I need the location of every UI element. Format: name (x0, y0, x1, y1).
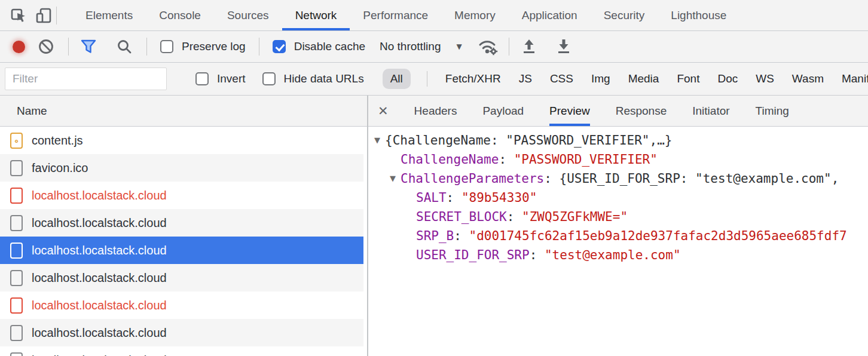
record-button[interactable] (13, 41, 25, 53)
clear-network-log-icon[interactable] (33, 34, 59, 59)
network-conditions-icon[interactable] (475, 34, 500, 59)
inspect-element-icon[interactable] (6, 3, 31, 28)
disable-cache-group: Disable cache (273, 40, 365, 53)
name-header-label: Name (17, 105, 47, 118)
main-tabs: ElementsConsoleSourcesNetworkPerformance… (72, 0, 739, 30)
tree-line[interactable]: ▼{ChallengeName: "PASSWORD_VERIFIER",…} (368, 131, 868, 150)
tree-segment-plain: : {USER_ID_FOR_SRP: "test@example.com", (544, 171, 839, 186)
detail-tab-response[interactable]: Response (616, 96, 667, 126)
tab-security[interactable]: Security (591, 0, 658, 30)
filter-type-doc[interactable]: Doc (717, 72, 738, 85)
filter-type-all[interactable]: All (383, 69, 411, 89)
toolbar-divider (259, 38, 259, 56)
document-file-icon (10, 352, 23, 356)
filter-input[interactable] (5, 67, 167, 90)
detail-tab-initiator[interactable]: Initiator (692, 96, 729, 126)
filter-toggle-icon[interactable] (76, 34, 101, 59)
request-row[interactable]: localhost.localstack.cloud (0, 346, 363, 356)
devtools-window: ElementsConsoleSourcesNetworkPerformance… (0, 0, 868, 356)
document-file-icon (10, 325, 23, 341)
name-column-header[interactable]: Name (0, 96, 367, 127)
filter-type-css[interactable]: CSS (550, 72, 573, 85)
invert-label: Invert (217, 72, 246, 85)
filter-type-js[interactable]: JS (519, 72, 532, 85)
preserve-log-checkbox[interactable] (160, 40, 173, 53)
tree-segment-string: "test@example.com" (545, 248, 681, 262)
disable-cache-label: Disable cache (294, 40, 365, 53)
request-name: localhost.localstack.cloud (32, 299, 167, 312)
tab-console[interactable]: Console (146, 0, 214, 30)
filter-type-font[interactable]: Font (677, 72, 699, 85)
detail-tab-payload[interactable]: Payload (482, 96, 524, 126)
tree-segment-key: USER_ID_FOR_SRP (416, 248, 530, 262)
tree-segment-string: "ZWQ5ZGFkMWE=" (522, 210, 628, 224)
tree-line[interactable]: USER_ID_FOR_SRP: "test@example.com" (368, 245, 868, 265)
chevron-down-icon: ▼ (456, 42, 461, 51)
tree-expand-arrow-icon[interactable]: ▼ (386, 169, 399, 188)
network-toolbar: Preserve log Disable cache No throttling… (0, 31, 868, 63)
search-icon[interactable] (112, 34, 137, 59)
tree-segment-key: ChallengeName (401, 152, 499, 167)
detail-tab-timing[interactable]: Timing (756, 96, 789, 126)
filter-type-media[interactable]: Media (628, 72, 659, 85)
invert-group: Invert (195, 72, 246, 85)
filter-type-ws[interactable]: WS (756, 72, 774, 85)
filter-type-manifest[interactable]: Manifest (842, 72, 868, 85)
network-filter-bar: Invert Hide data URLs AllFetch/XHRJSCSSI… (0, 63, 868, 96)
request-row[interactable]: localhost.localstack.cloud (0, 264, 363, 291)
export-har-icon[interactable] (551, 34, 576, 59)
toolbar-divider (146, 38, 147, 56)
throttling-select[interactable]: No throttling ▼ (380, 40, 462, 53)
script-file-icon: ‹› (10, 133, 23, 149)
preserve-log-group: Preserve log (160, 40, 246, 53)
request-row[interactable]: ‹›content.js (0, 127, 363, 154)
detail-tabbar: ✕ HeadersPayloadPreviewResponseInitiator… (368, 96, 868, 127)
device-toolbar-icon[interactable] (31, 3, 56, 28)
tab-elements[interactable]: Elements (72, 0, 146, 30)
request-name: content.js (32, 134, 83, 148)
invert-checkbox[interactable] (195, 72, 209, 85)
tab-sources[interactable]: Sources (214, 0, 282, 30)
toolbar-divider (509, 38, 509, 56)
filter-type-img[interactable]: Img (591, 72, 610, 85)
request-list: ‹›content.jsfavicon.icolocalhost.localst… (0, 127, 367, 356)
detail-tab-headers[interactable]: Headers (414, 96, 457, 126)
request-row[interactable]: localhost.localstack.cloud (0, 182, 363, 209)
request-row[interactable]: favicon.ico (0, 154, 363, 182)
close-icon[interactable]: ✕ (378, 96, 389, 126)
document-file-icon (10, 270, 23, 286)
request-type-filters: AllFetch/XHRJSCSSImgMediaFontDocWSWasmMa… (384, 69, 868, 89)
request-row[interactable]: localhost.localstack.cloud (0, 237, 363, 264)
tree-line[interactable]: SECRET_BLOCK: "ZWQ5ZGFkMWE=" (368, 207, 868, 226)
tree-segment-key: ChallengeParameters (401, 171, 544, 186)
tab-application[interactable]: Application (509, 0, 591, 30)
tree-segment-key: SECRET_BLOCK (416, 210, 507, 224)
tree-line[interactable]: SALT: "89b54330" (368, 188, 868, 207)
tree-line[interactable]: ▼ChallengeParameters: {USER_ID_FOR_SRP: … (368, 169, 868, 188)
request-row[interactable]: localhost.localstack.cloud (0, 209, 363, 237)
request-row[interactable]: localhost.localstack.cloud (0, 291, 363, 319)
request-name: localhost.localstack.cloud (32, 354, 167, 356)
filter-type-wasm[interactable]: Wasm (792, 72, 824, 85)
document-file-icon (10, 188, 23, 204)
hide-data-urls-checkbox[interactable] (262, 72, 276, 85)
network-main-area: Name ‹›content.jsfavicon.icolocalhost.lo… (0, 96, 868, 356)
preview-json-tree: ▼{ChallengeName: "PASSWORD_VERIFIER",…}C… (368, 127, 868, 356)
document-file-icon (10, 297, 23, 314)
tab-lighthouse[interactable]: Lighthouse (658, 0, 739, 30)
tree-expand-arrow-icon[interactable]: ▼ (371, 131, 384, 150)
disable-cache-checkbox[interactable] (273, 40, 286, 53)
tab-network[interactable]: Network (282, 0, 350, 30)
tree-line[interactable]: SRP_B: "d001745fc62af15eb9a12de937fafac2… (368, 226, 868, 245)
import-har-icon[interactable] (516, 34, 542, 59)
tab-memory[interactable]: Memory (441, 0, 509, 30)
tab-performance[interactable]: Performance (350, 0, 441, 30)
request-detail-panel: ✕ HeadersPayloadPreviewResponseInitiator… (368, 96, 868, 356)
request-row[interactable]: localhost.localstack.cloud (0, 319, 363, 346)
filter-types-divider (427, 71, 427, 87)
detail-tab-preview[interactable]: Preview (549, 96, 590, 126)
hide-data-urls-group: Hide data URLs (262, 72, 364, 85)
filter-type-fetch-xhr[interactable]: Fetch/XHR (445, 72, 501, 85)
tree-line[interactable]: ChallengeName: "PASSWORD_VERIFIER" (368, 150, 868, 169)
request-name: localhost.localstack.cloud (32, 216, 167, 230)
